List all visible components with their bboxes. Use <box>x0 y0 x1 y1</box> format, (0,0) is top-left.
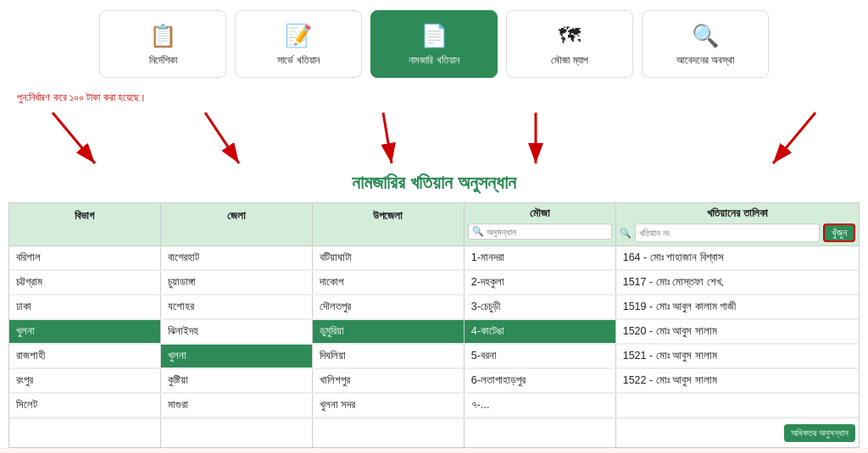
sarve-icon: 📝 <box>285 23 312 49</box>
svg-line-5 <box>773 113 815 163</box>
khatian-number-input[interactable] <box>635 224 820 242</box>
notice-text: পুন:নির্ধারণ করে ১০০ টাকা করা হয়েছে। <box>0 88 868 108</box>
mouza-cell[interactable]: 5-বরনা <box>465 345 616 368</box>
nav-label-mouza-map: মৌজা ম্যাপ <box>551 54 587 66</box>
jela-cell[interactable]: চুয়াডাঙ্গা <box>161 271 313 295</box>
bibhag-cell[interactable]: খুলনা <box>9 320 161 344</box>
footer-khatian: অধিকতর অনুসন্ধান <box>616 419 859 447</box>
bottom-notice-bar: করে না পেলে খতিয়ান নম্বর দিয়ে অনুসন্ধা… <box>0 448 868 453</box>
jela-cell[interactable]: ঝিনাইদহ <box>161 320 313 344</box>
jela-cell[interactable]: বাগেরহাট <box>161 246 313 270</box>
svg-line-2 <box>205 113 239 163</box>
footer-bibhag <box>9 419 161 447</box>
upazela-cell[interactable]: বটিয়াঘাটা <box>313 246 465 270</box>
bibhag-cell[interactable]: সিলেট <box>9 394 161 417</box>
svg-line-3 <box>383 113 392 163</box>
mouza-map-icon: 🗺 <box>559 23 581 49</box>
khatian-cell[interactable]: 1517 - মোঃ মোস্তফা শেখ, <box>616 271 859 295</box>
table-data-rows: বরিশাল বাগেরহাট বটিয়াঘাটা 1-মানদরা 164 … <box>9 246 859 418</box>
footer-upazela <box>313 419 465 447</box>
khujun-button[interactable]: খুঁজুন <box>823 224 855 242</box>
mouza-search-input[interactable] <box>487 227 608 237</box>
khatian-search-row: 🔍 খুঁজুন <box>620 224 855 242</box>
search-table: বিভাগ জেলা উপজেলা মৌজা 🔍 খতিয়ানের তালিক… <box>8 202 860 448</box>
khatian-cell[interactable]: 164 - মোঃ শাহাজান বিশ্বাস <box>616 246 859 270</box>
upazela-cell[interactable]: দৌলতপুর <box>313 296 465 319</box>
search-icon-khatian: 🔍 <box>620 228 632 239</box>
mouza-header-label: মৌজা <box>468 207 612 220</box>
khatian-cell[interactable]: 1520 - মোঃ আবুস সালাম <box>616 320 859 344</box>
namjari-icon: 📄 <box>420 23 448 49</box>
bibhag-cell[interactable]: ঢাকা <box>9 296 161 319</box>
table-header-row: বিভাগ জেলা উপজেলা মৌজা 🔍 খতিয়ানের তালিক… <box>9 203 859 246</box>
nav-label-namjari: নামজারি খতিয়ান <box>409 54 459 66</box>
arrows-decoration <box>8 108 860 172</box>
table-footer-row: অধিকতর অনুসন্ধান <box>9 418 859 447</box>
bibhag-cell[interactable]: চট্টগ্রাম <box>9 271 161 295</box>
bibhag-cell[interactable]: বরিশাল <box>9 246 161 270</box>
mouza-cell[interactable]: 6-লতাপাহাড়পুর <box>465 369 616 393</box>
footer-jela <box>161 419 313 447</box>
nav-label-sarve: সার্ভে খতিয়ান <box>277 54 319 66</box>
jela-cell[interactable]: খুলনা <box>161 345 313 368</box>
mouza-cell[interactable]: ৭-... <box>465 394 616 417</box>
jela-cell[interactable]: যশোহর <box>161 296 313 319</box>
mouza-cell[interactable]: 4-কাটেঙা <box>465 320 616 344</box>
khatian-cell[interactable]: 1522 - মোঃ আবুস সালাম <box>616 369 859 393</box>
jela-header: জেলা <box>161 203 313 246</box>
table-row: ঢাকা যশোহর দৌলতপুর 3-চেচুড়ী 1519 - মোঃ … <box>9 296 859 320</box>
nav-label-nirdeshika: নির্দেশিকা <box>149 54 177 66</box>
bibhag-cell[interactable]: রংপুর <box>9 369 161 393</box>
khatian-header: খতিয়ানের তালিকা 🔍 খুঁজুন <box>616 203 859 246</box>
mouza-cell[interactable]: 1-মানদরা <box>465 246 616 270</box>
nav-item-namjari[interactable]: 📄 নামজারি খতিয়ান <box>370 10 498 78</box>
mouza-cell[interactable]: 2-দহকুলা <box>465 271 616 295</box>
nav-item-mouza-map[interactable]: 🗺 মৌজা ম্যাপ <box>506 10 633 78</box>
nav-label-abedon: আবেদনের অবস্থা <box>676 54 734 66</box>
jela-cell[interactable]: কুষ্টিয়া <box>161 369 313 393</box>
khatian-cell[interactable]: 1521 - মোঃ আবুস সালাম <box>616 345 859 368</box>
upazela-cell[interactable]: ডুমুরিয়া <box>313 320 465 344</box>
bibhag-cell[interactable]: রাজশাহী <box>9 345 161 368</box>
upazela-header: উপজেলা <box>313 203 465 246</box>
upazela-cell[interactable]: দিঘলিয়া <box>313 345 465 368</box>
khatian-cell[interactable] <box>616 394 859 417</box>
table-row: রাজশাহী খুলনা দিঘলিয়া 5-বরনা 1521 - মোঃ… <box>9 345 859 369</box>
table-row: চট্টগ্রাম চুয়াডাঙ্গা দাকোপ 2-দহকুলা 151… <box>9 271 859 296</box>
mouza-header: মৌজা 🔍 <box>465 203 616 246</box>
table-row: বরিশাল বাগেরহাট বটিয়াঘাটা 1-মানদরা 164 … <box>9 246 859 271</box>
table-row: খুলনা ঝিনাইদহ ডুমুরিয়া 4-কাটেঙা 1520 - … <box>9 320 859 345</box>
khatian-header-label: খতিয়ানের তালিকা <box>620 207 855 220</box>
svg-line-1 <box>53 113 95 163</box>
search-icon-mouza: 🔍 <box>472 226 484 237</box>
table-row: সিলেট মাগুরা খুলনা সদর ৭-... <box>9 394 859 418</box>
nav-item-abedon[interactable]: 🔍 আবেদনের অবস্থা <box>642 10 769 78</box>
nirdeshika-icon: 📋 <box>149 23 176 49</box>
abedon-icon: 🔍 <box>692 23 719 49</box>
table-row: রংপুর কুষ্টিয়া খালিশপুর 6-লতাপাহাড়পুর … <box>9 369 859 394</box>
top-navigation: 📋 নির্দেশিকা 📝 সার্ভে খতিয়ান 📄 নামজারি … <box>0 0 868 88</box>
mouza-cell[interactable]: 3-চেচুড়ী <box>465 296 616 319</box>
bibhag-header: বিভাগ <box>9 203 161 246</box>
khatian-cell[interactable]: 1519 - মোঃ আবুল কালাম গাজী <box>616 296 859 319</box>
nav-item-nirdeshika[interactable]: 📋 নির্দেশিকা <box>99 10 226 78</box>
jela-cell[interactable]: মাগুরা <box>161 394 313 417</box>
more-search-button[interactable]: অধিকতর অনুসন্ধান <box>784 424 855 442</box>
footer-mouza <box>465 419 616 447</box>
main-title: নামজারির খতিয়ান অনুসন্ধান <box>8 172 860 194</box>
mouza-search-box[interactable]: 🔍 <box>468 224 612 240</box>
upazela-cell[interactable]: দাকোপ <box>313 271 465 295</box>
upazela-cell[interactable]: খুলনা সদর <box>313 394 465 417</box>
nav-item-sarve[interactable]: 📝 সার্ভে খতিয়ান <box>235 10 362 78</box>
upazela-cell[interactable]: খালিশপুর <box>313 369 465 393</box>
